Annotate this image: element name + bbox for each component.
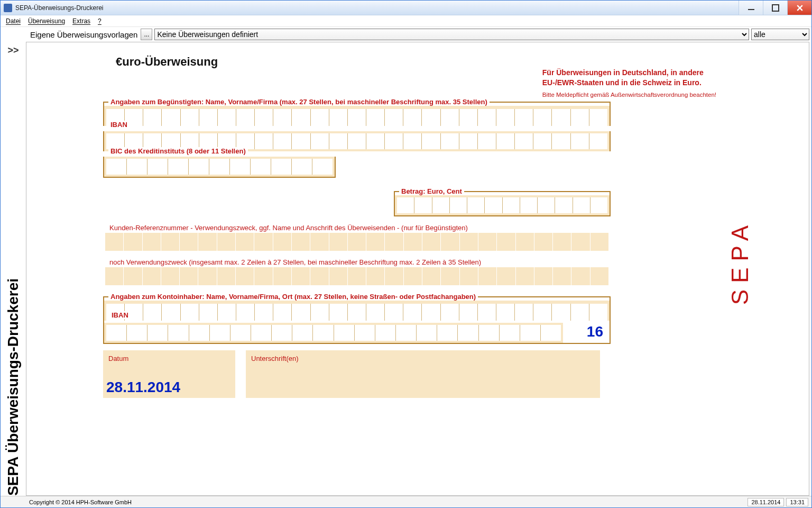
char-cell[interactable]	[251, 325, 272, 341]
templates-more-button[interactable]: ...	[141, 29, 152, 40]
char-cell[interactable]	[516, 233, 534, 251]
char-cell[interactable]	[355, 325, 375, 341]
char-cell[interactable]	[552, 133, 570, 149]
char-cell[interactable]	[459, 133, 478, 149]
char-cell[interactable]	[460, 267, 478, 285]
char-cell[interactable]	[230, 325, 251, 341]
char-cell[interactable]	[385, 109, 403, 126]
char-cell[interactable]	[571, 109, 589, 126]
char-cell[interactable]	[218, 304, 236, 321]
char-cell[interactable]	[485, 197, 502, 213]
document-viewport[interactable]: €uro-Überweisung Für Überweisungen in De…	[26, 42, 809, 496]
char-cell[interactable]	[311, 133, 329, 149]
char-cell[interactable]	[292, 109, 310, 126]
char-cell[interactable]	[479, 325, 500, 341]
char-cell[interactable]	[589, 133, 607, 149]
maximize-button[interactable]	[763, 1, 787, 15]
amount-cells[interactable]	[395, 195, 610, 215]
char-cell[interactable]	[459, 304, 478, 321]
char-cell[interactable]	[198, 233, 217, 251]
account-holder-cells[interactable]	[104, 301, 610, 321]
char-cell[interactable]	[460, 233, 478, 251]
char-cell[interactable]	[292, 233, 310, 251]
char-cell[interactable]	[311, 109, 329, 126]
char-cell[interactable]	[397, 197, 414, 213]
char-cell[interactable]	[329, 109, 348, 126]
filter-select[interactable]: alle	[751, 29, 809, 40]
char-cell[interactable]	[417, 325, 437, 341]
reference-cells[interactable]	[103, 233, 611, 251]
char-cell[interactable]	[334, 325, 355, 341]
char-cell[interactable]	[292, 159, 312, 175]
char-cell[interactable]	[329, 267, 348, 285]
char-cell[interactable]	[497, 233, 515, 251]
char-cell[interactable]	[181, 304, 199, 321]
char-cell[interactable]	[162, 109, 180, 126]
char-cell[interactable]	[181, 109, 199, 126]
char-cell[interactable]	[273, 109, 292, 126]
menu-datei[interactable]: Datei	[6, 17, 21, 25]
char-cell[interactable]	[571, 267, 590, 285]
char-cell[interactable]	[147, 159, 168, 175]
char-cell[interactable]	[590, 267, 608, 285]
char-cell[interactable]	[329, 304, 348, 321]
char-cell[interactable]	[273, 304, 292, 321]
char-cell[interactable]	[404, 233, 422, 251]
iban2-cells[interactable]	[104, 323, 563, 343]
char-cell[interactable]	[348, 267, 366, 285]
char-cell[interactable]	[251, 159, 271, 175]
char-cell[interactable]	[329, 233, 348, 251]
char-cell[interactable]	[396, 325, 417, 341]
char-cell[interactable]	[590, 197, 607, 213]
char-cell[interactable]	[459, 109, 478, 126]
char-cell[interactable]	[573, 197, 590, 213]
char-cell[interactable]	[310, 267, 329, 285]
char-cell[interactable]	[441, 304, 459, 321]
beneficiary-name-cells[interactable]	[104, 106, 610, 126]
char-cell[interactable]	[553, 233, 571, 251]
char-cell[interactable]	[273, 267, 292, 285]
char-cell[interactable]	[254, 267, 273, 285]
char-cell[interactable]	[105, 267, 124, 285]
char-cell[interactable]	[292, 267, 310, 285]
char-cell[interactable]	[541, 325, 561, 341]
char-cell[interactable]	[533, 133, 552, 149]
char-cell[interactable]	[217, 233, 236, 251]
char-cell[interactable]	[422, 109, 440, 126]
char-cell[interactable]	[552, 304, 570, 321]
char-cell[interactable]	[589, 304, 607, 321]
char-cell[interactable]	[127, 159, 147, 175]
char-cell[interactable]	[553, 267, 571, 285]
char-cell[interactable]	[403, 109, 422, 126]
char-cell[interactable]	[254, 233, 273, 251]
char-cell[interactable]	[348, 304, 366, 321]
sidebar-toggle[interactable]: >>	[1, 42, 26, 74]
char-cell[interactable]	[209, 159, 230, 175]
char-cell[interactable]	[272, 325, 292, 341]
char-cell[interactable]	[271, 159, 292, 175]
purpose-cells[interactable]	[103, 267, 611, 285]
char-cell[interactable]	[437, 325, 458, 341]
char-cell[interactable]	[441, 133, 459, 149]
char-cell[interactable]	[533, 109, 552, 126]
char-cell[interactable]	[467, 197, 485, 213]
char-cell[interactable]	[127, 325, 147, 341]
char-cell[interactable]	[366, 109, 385, 126]
char-cell[interactable]	[143, 233, 161, 251]
char-cell[interactable]	[236, 267, 254, 285]
char-cell[interactable]	[147, 325, 168, 341]
char-cell[interactable]	[236, 109, 255, 126]
signature-box[interactable]: Unterschrift(en)	[246, 350, 600, 398]
char-cell[interactable]	[571, 233, 590, 251]
char-cell[interactable]	[497, 267, 515, 285]
char-cell[interactable]	[329, 133, 348, 149]
char-cell[interactable]	[478, 267, 497, 285]
char-cell[interactable]	[478, 133, 496, 149]
char-cell[interactable]	[496, 304, 515, 321]
char-cell[interactable]	[496, 109, 515, 126]
char-cell[interactable]	[414, 197, 432, 213]
char-cell[interactable]	[375, 325, 396, 341]
char-cell[interactable]	[348, 133, 366, 149]
char-cell[interactable]	[199, 109, 218, 126]
char-cell[interactable]	[236, 304, 255, 321]
